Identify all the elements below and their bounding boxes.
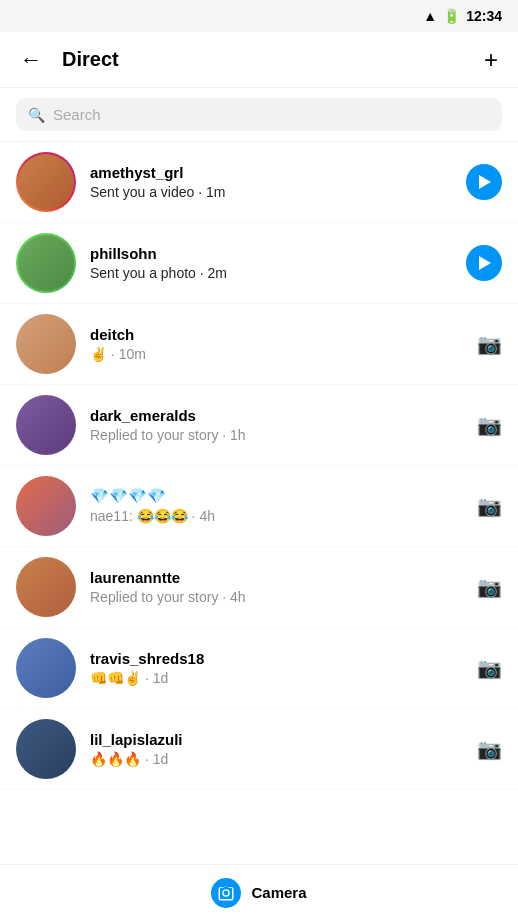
message-preview: Replied to your story · 1h	[90, 427, 246, 443]
new-message-button[interactable]: +	[480, 42, 502, 78]
camera-icon[interactable]: 📷	[477, 656, 502, 680]
camera-icon[interactable]: 📷	[477, 413, 502, 437]
camera-bottom-icon[interactable]	[211, 878, 241, 908]
camera-icon[interactable]: 📷	[477, 332, 502, 356]
message-content: dark_emeralds Replied to your story · 1h	[90, 407, 477, 444]
list-item[interactable]: travis_shreds18 👊👊✌️ · 1d 📷	[0, 628, 518, 709]
avatar	[16, 476, 76, 536]
message-preview: Sent you a photo · 2m	[90, 265, 227, 281]
username: laurenanntte	[90, 569, 477, 586]
search-icon: 🔍	[28, 107, 45, 123]
search-bar: 🔍	[0, 88, 518, 142]
avatar	[16, 314, 76, 374]
search-input[interactable]	[53, 106, 490, 123]
username: 💎💎💎💎	[90, 487, 477, 505]
username: lil_lapislazuli	[90, 731, 477, 748]
signal-icon: ▲	[423, 8, 437, 24]
username: amethyst_grl	[90, 164, 466, 181]
status-time: 12:34	[466, 8, 502, 24]
message-preview: nae11: 😂😂😂 · 4h	[90, 508, 215, 524]
message-preview: Replied to your story · 4h	[90, 589, 246, 605]
list-item[interactable]: lil_lapislazuli 🔥🔥🔥 · 1d 📷	[0, 709, 518, 790]
message-preview: 👊👊✌️ · 1d	[90, 670, 168, 686]
camera-icon[interactable]: 📷	[477, 575, 502, 599]
search-input-wrap: 🔍	[16, 98, 502, 131]
avatar	[16, 152, 76, 212]
page-title: Direct	[62, 48, 480, 71]
header: ← Direct +	[0, 32, 518, 88]
message-preview: Sent you a video · 1m	[90, 184, 225, 200]
list-item[interactable]: 💎💎💎💎 nae11: 😂😂😂 · 4h 📷	[0, 466, 518, 547]
play-button[interactable]	[466, 164, 502, 200]
camera-label: Camera	[251, 884, 306, 901]
message-preview: 🔥🔥🔥 · 1d	[90, 751, 168, 767]
avatar	[16, 719, 76, 779]
list-item[interactable]: laurenanntte Replied to your story · 4h …	[0, 547, 518, 628]
battery-icon: 🔋	[443, 8, 460, 24]
list-item[interactable]: phillsohn Sent you a photo · 2m	[0, 223, 518, 304]
username: deitch	[90, 326, 477, 343]
username: phillsohn	[90, 245, 466, 262]
message-list: amethyst_grl Sent you a video · 1m phill…	[0, 142, 518, 790]
back-button[interactable]: ←	[16, 43, 46, 77]
avatar	[16, 557, 76, 617]
camera-icon[interactable]: 📷	[477, 494, 502, 518]
list-item[interactable]: dark_emeralds Replied to your story · 1h…	[0, 385, 518, 466]
message-content: amethyst_grl Sent you a video · 1m	[90, 164, 466, 201]
message-content: travis_shreds18 👊👊✌️ · 1d	[90, 650, 477, 687]
username: travis_shreds18	[90, 650, 477, 667]
list-item[interactable]: deitch ✌️ · 10m 📷	[0, 304, 518, 385]
list-item[interactable]: amethyst_grl Sent you a video · 1m	[0, 142, 518, 223]
message-content: phillsohn Sent you a photo · 2m	[90, 245, 466, 282]
camera-icon[interactable]: 📷	[477, 737, 502, 761]
username: dark_emeralds	[90, 407, 477, 424]
message-content: deitch ✌️ · 10m	[90, 326, 477, 363]
bottom-bar: Camera	[0, 864, 518, 920]
message-preview: ✌️ · 10m	[90, 346, 146, 362]
avatar	[16, 233, 76, 293]
play-button[interactable]	[466, 245, 502, 281]
message-content: laurenanntte Replied to your story · 4h	[90, 569, 477, 606]
avatar	[16, 638, 76, 698]
status-bar: ▲ 🔋 12:34	[0, 0, 518, 32]
camera-svg	[217, 884, 235, 902]
message-content: 💎💎💎💎 nae11: 😂😂😂 · 4h	[90, 487, 477, 525]
message-content: lil_lapislazuli 🔥🔥🔥 · 1d	[90, 731, 477, 768]
avatar	[16, 395, 76, 455]
